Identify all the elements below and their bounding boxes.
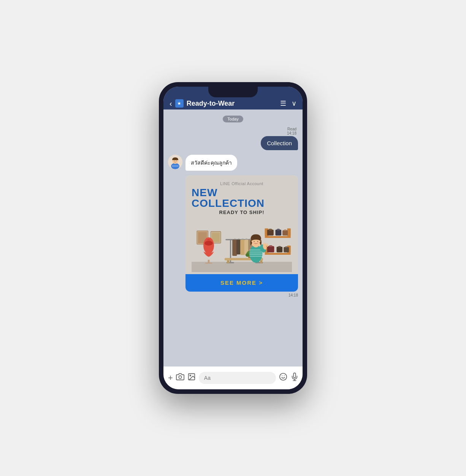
svg-rect-20: [282, 230, 288, 235]
see-more-label: SEE MORE >: [220, 279, 263, 286]
nav-icons: ☰ ∨: [280, 99, 296, 108]
svg-rect-27: [277, 247, 283, 252]
svg-rect-47: [260, 260, 262, 263]
phone-frame: ‹ ★ Ready-to-Wear ☰ ∨ Today Read 14:18 C…: [159, 82, 307, 394]
back-button[interactable]: ‹: [170, 99, 172, 108]
chat-area: Today Read 14:18 Collection: [163, 109, 303, 367]
recv-card-row: LINE Official Account NEW COLLECTION REA…: [168, 175, 298, 297]
menu-icon[interactable]: ☰: [280, 99, 286, 108]
card-image-area: LINE Official Account NEW COLLECTION REA…: [185, 175, 298, 274]
svg-rect-25: [267, 246, 274, 252]
svg-rect-41: [236, 240, 241, 254]
svg-point-4: [176, 160, 177, 161]
card-tagline: READY TO SHIP!: [219, 209, 265, 215]
sent-message-row: Read 14:18 Collection: [168, 127, 298, 150]
svg-point-62: [257, 241, 259, 243]
svg-rect-40: [232, 240, 237, 256]
plus-button[interactable]: +: [168, 373, 173, 383]
recv-greeting-row: สวัสดีค่ะคุณลูกค้า: [168, 155, 298, 171]
svg-point-66: [265, 243, 266, 246]
camera-button[interactable]: [176, 373, 184, 383]
svg-point-3: [174, 160, 175, 161]
card-subtitle: LINE Official Account: [220, 181, 263, 186]
svg-point-30: [285, 246, 287, 248]
star-icon: ★: [177, 101, 181, 106]
svg-rect-42: [240, 240, 245, 255]
star-badge: ★: [175, 99, 184, 108]
chat-title: Ready-to-Wear: [187, 100, 280, 108]
svg-point-69: [179, 376, 181, 378]
image-card[interactable]: LINE Official Account NEW COLLECTION REA…: [185, 175, 298, 292]
svg-rect-18: [276, 230, 282, 236]
svg-point-26: [269, 245, 272, 247]
see-more-button[interactable]: SEE MORE >: [185, 274, 298, 292]
image-button[interactable]: [187, 373, 196, 383]
date-badge: Today: [223, 116, 243, 122]
recv-greeting-bubble: สวัสดีค่ะคุณลูกค้า: [185, 155, 237, 171]
svg-point-19: [277, 229, 280, 231]
svg-point-17: [269, 229, 272, 231]
bot-avatar: [168, 155, 182, 169]
svg-rect-16: [267, 230, 274, 236]
message-input[interactable]: [199, 372, 276, 384]
phone-screen: ‹ ★ Ready-to-Wear ☰ ∨ Today Read 14:18 C…: [163, 87, 303, 389]
svg-rect-32: [205, 263, 212, 263]
svg-point-1: [171, 163, 179, 169]
svg-point-50: [246, 253, 249, 257]
svg-rect-46: [227, 260, 229, 263]
phone-notch: [208, 87, 258, 97]
svg-rect-12: [212, 233, 220, 242]
svg-point-21: [284, 230, 286, 231]
svg-point-71: [190, 375, 191, 376]
recv-card-inner: LINE Official Account NEW COLLECTION REA…: [168, 175, 298, 292]
sent-message-meta: Read 14:18: [287, 127, 296, 135]
svg-point-34: [204, 241, 213, 245]
svg-point-72: [280, 373, 287, 380]
card-timestamp: 14:18: [271, 293, 298, 297]
emoji-button[interactable]: [279, 373, 287, 383]
chevron-down-icon[interactable]: ∨: [292, 99, 296, 108]
svg-point-61: [253, 241, 255, 243]
svg-rect-29: [284, 247, 289, 252]
mic-button[interactable]: [290, 373, 299, 383]
bottom-bar: +: [163, 367, 303, 389]
card-title: NEW COLLECTION: [192, 187, 292, 209]
svg-point-28: [278, 246, 281, 248]
store-scene: [192, 218, 292, 273]
sent-message-bubble: Collection: [261, 136, 298, 150]
svg-rect-13: [265, 236, 291, 238]
svg-rect-22: [265, 253, 291, 255]
